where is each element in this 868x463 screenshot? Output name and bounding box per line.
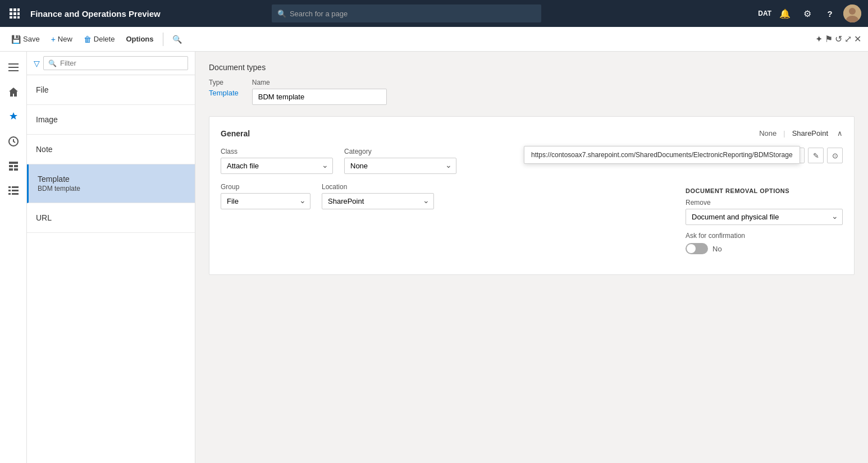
list-item-note[interactable]: Note bbox=[27, 135, 195, 164]
settings-icon[interactable]: ⚙ bbox=[798, 4, 816, 22]
list-item-url[interactable]: URL bbox=[27, 203, 195, 233]
search-input[interactable] bbox=[290, 10, 536, 18]
right-icons: DAT 🔔 ⚙ ? bbox=[758, 4, 861, 22]
svg-rect-1 bbox=[13, 8, 16, 11]
close-icon[interactable]: ✕ bbox=[854, 34, 861, 44]
svg-rect-23 bbox=[8, 190, 11, 191]
location-select[interactable]: SharePoint None Azure Blob bbox=[322, 193, 434, 209]
svg-rect-12 bbox=[8, 63, 19, 65]
sidebar-hamburger-icon[interactable] bbox=[2, 56, 25, 79]
sidebar-clock-icon[interactable] bbox=[2, 130, 25, 153]
env-label: DAT bbox=[758, 10, 771, 17]
filter-search-icon: 🔍 bbox=[48, 59, 57, 67]
name-field-group: Name bbox=[252, 79, 387, 105]
svg-rect-0 bbox=[10, 8, 12, 11]
svg-rect-7 bbox=[13, 16, 16, 19]
name-input[interactable] bbox=[252, 89, 387, 105]
tooltip-text: https://contosoax7.sharepoint.com/Shared… bbox=[531, 151, 793, 159]
action-bar-right: ✦ ⚑ ↺ ⤢ ✕ bbox=[815, 34, 861, 44]
search-filter-button[interactable]: 🔍 bbox=[168, 33, 186, 46]
remove-label: Remove bbox=[686, 199, 843, 207]
remove-select[interactable]: Document and physical file Document only… bbox=[686, 209, 843, 225]
svg-rect-14 bbox=[8, 70, 19, 71]
list-items: File Image Note Template BDM template UR… bbox=[27, 75, 195, 463]
location-tabs: None | SharePoint ∧ bbox=[755, 128, 843, 139]
general-section-header: General None | SharePoint ∧ bbox=[221, 128, 843, 139]
svg-rect-20 bbox=[14, 168, 18, 171]
app-title: Finance and Operations Preview bbox=[30, 9, 161, 19]
group-select-wrapper[interactable]: File Image Note bbox=[221, 193, 310, 209]
doc-removal-section: DOCUMENT REMOVAL OPTIONS Remove Document… bbox=[686, 187, 843, 254]
class-label: Class bbox=[221, 148, 333, 155]
feature-icon[interactable]: ⚑ bbox=[825, 34, 833, 44]
list-panel-header: ▽ 🔍 bbox=[27, 52, 195, 75]
category-label: Category bbox=[344, 148, 456, 155]
location-sharepoint-tab[interactable]: SharePoint bbox=[788, 128, 833, 139]
detail-panel: Document types Type Template Name Genera… bbox=[195, 52, 868, 463]
class-select-wrapper[interactable]: Attach file Simple note URL bbox=[221, 158, 333, 174]
type-field-group: Type Template bbox=[209, 79, 239, 105]
save-button[interactable]: 💾 Save bbox=[7, 33, 44, 46]
new-button[interactable]: + New bbox=[47, 33, 77, 46]
group-location-row: Group File Image Note Location Shar bbox=[221, 183, 843, 254]
category-select[interactable]: None Invoice Report bbox=[344, 158, 456, 174]
svg-rect-13 bbox=[8, 67, 19, 68]
main-layout: ▽ 🔍 File Image Note Template BDM templat… bbox=[0, 52, 868, 463]
svg-rect-6 bbox=[10, 16, 12, 19]
avatar[interactable] bbox=[843, 4, 861, 22]
svg-rect-25 bbox=[8, 193, 11, 195]
name-label: Name bbox=[252, 79, 387, 86]
sidebar-table-icon[interactable] bbox=[2, 155, 25, 177]
list-panel: ▽ 🔍 File Image Note Template BDM templat… bbox=[27, 52, 195, 463]
svg-rect-21 bbox=[8, 186, 11, 188]
ask-confirmation-label: Ask for confirmation bbox=[686, 232, 745, 240]
delete-icon: 🗑 bbox=[84, 35, 92, 44]
list-item-image[interactable]: Image bbox=[27, 105, 195, 135]
collapse-button[interactable]: ∧ bbox=[837, 129, 843, 137]
list-item-file[interactable]: File bbox=[27, 75, 195, 105]
svg-rect-18 bbox=[14, 165, 18, 167]
svg-rect-3 bbox=[10, 12, 12, 15]
expand-icon[interactable]: ⤢ bbox=[844, 34, 852, 44]
svg-rect-16 bbox=[9, 162, 18, 164]
svg-rect-4 bbox=[13, 12, 16, 15]
filter-input-wrapper[interactable]: 🔍 bbox=[43, 56, 188, 70]
group-select[interactable]: File Image Note bbox=[221, 193, 310, 209]
sidebar-star-icon[interactable] bbox=[2, 106, 25, 128]
sidebar-icons bbox=[0, 52, 27, 463]
delete-button[interactable]: 🗑 Delete bbox=[79, 33, 120, 46]
edit-url-button[interactable]: ✎ bbox=[808, 148, 824, 163]
location-none-tab[interactable]: None bbox=[755, 128, 781, 139]
notification-icon[interactable]: 🔔 bbox=[776, 4, 794, 22]
confirmation-toggle[interactable] bbox=[686, 243, 708, 254]
class-select[interactable]: Attach file Simple note URL bbox=[221, 158, 333, 174]
refresh-icon[interactable]: ↺ bbox=[835, 34, 842, 44]
remove-select-wrapper[interactable]: Document and physical file Document only… bbox=[686, 209, 843, 225]
sidebar-list-icon[interactable] bbox=[2, 180, 25, 202]
svg-rect-8 bbox=[17, 16, 20, 19]
type-value[interactable]: Template bbox=[209, 89, 239, 97]
svg-rect-5 bbox=[17, 12, 20, 15]
sharepoint-url-tooltip: https://contosoax7.sharepoint.com/Shared… bbox=[524, 146, 800, 164]
help-icon[interactable]: ? bbox=[821, 4, 839, 22]
list-item-template[interactable]: Template BDM template bbox=[27, 164, 195, 203]
category-select-wrapper[interactable]: None Invoice Report bbox=[344, 158, 456, 174]
location-label: Location bbox=[322, 183, 434, 191]
category-field: Category None Invoice Report bbox=[344, 148, 456, 174]
personalize-icon[interactable]: ✦ bbox=[815, 34, 823, 44]
svg-rect-26 bbox=[12, 193, 19, 195]
search-bar[interactable]: 🔍 bbox=[272, 4, 541, 22]
location-select-wrapper[interactable]: SharePoint None Azure Blob bbox=[322, 193, 434, 209]
general-section: General None | SharePoint ∧ Class Attach… bbox=[209, 116, 855, 275]
svg-point-10 bbox=[849, 8, 856, 15]
search-icon: 🔍 bbox=[277, 10, 286, 18]
svg-rect-19 bbox=[9, 168, 13, 171]
new-icon: + bbox=[51, 35, 56, 44]
more-url-button[interactable]: ⊙ bbox=[827, 148, 843, 163]
doc-removal-title: DOCUMENT REMOVAL OPTIONS bbox=[686, 187, 843, 194]
options-button[interactable]: Options bbox=[121, 33, 158, 45]
grid-icon[interactable] bbox=[7, 6, 22, 21]
sidebar-home-icon[interactable] bbox=[2, 81, 25, 103]
type-label: Type bbox=[209, 79, 239, 86]
filter-input[interactable] bbox=[60, 59, 183, 67]
